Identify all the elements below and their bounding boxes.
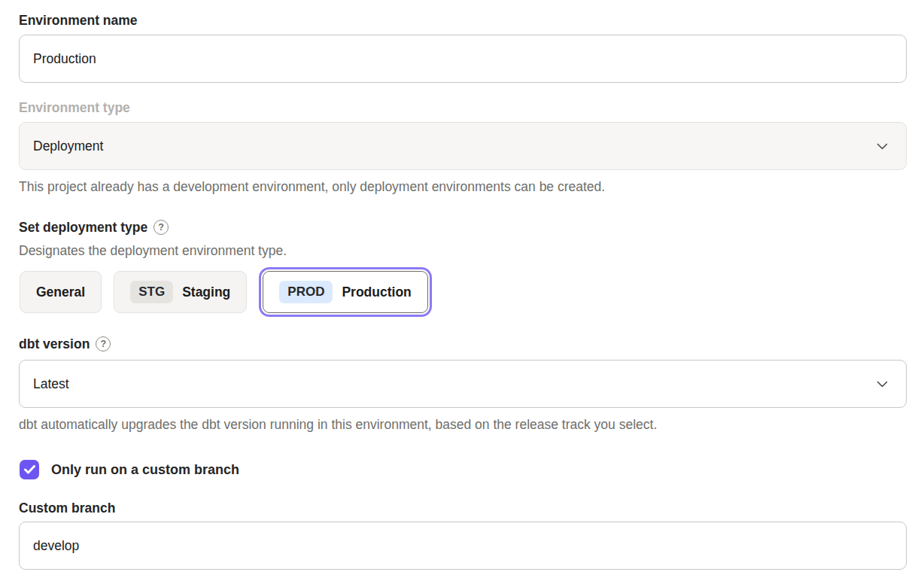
environment-name-input[interactable]: [19, 35, 907, 83]
staging-button-label: Staging: [182, 284, 230, 300]
environment-settings-form: Environment name Environment type Deploy…: [0, 0, 924, 570]
dbt-version-helper: dbt automatically upgrades the dbt versi…: [19, 415, 907, 434]
custom-branch-toggle-row: Only run on a custom branch: [19, 460, 907, 479]
environment-type-select: Deployment: [19, 122, 907, 170]
dbt-version-header: dbt version ?: [19, 336, 907, 352]
deployment-type-label: Set deployment type: [19, 219, 147, 236]
help-icon[interactable]: ?: [96, 336, 111, 351]
staging-badge: STG: [130, 281, 173, 303]
production-badge: PROD: [279, 281, 333, 303]
deployment-type-production-button[interactable]: PROD Production: [263, 271, 427, 313]
dbt-version-select[interactable]: Latest: [19, 360, 907, 408]
custom-branch-label: Custom branch: [19, 500, 907, 516]
checkmark-icon: [24, 465, 35, 474]
custom-branch-input[interactable]: [19, 522, 907, 570]
environment-type-helper: This project already has a development e…: [19, 178, 907, 196]
environment-type-value: Deployment: [33, 138, 103, 154]
production-button-label: Production: [342, 284, 411, 300]
custom-branch-checkbox[interactable]: [20, 460, 39, 479]
deployment-type-description: Designates the deployment environment ty…: [19, 242, 907, 260]
general-button-label: General: [36, 284, 85, 300]
dbt-version-value: Latest: [33, 376, 69, 392]
chevron-down-icon: [877, 143, 888, 150]
dbt-version-label: dbt version: [19, 336, 90, 352]
help-icon[interactable]: ?: [153, 220, 169, 235]
environment-type-label: Environment type: [19, 99, 907, 116]
deployment-type-header: Set deployment type ?: [19, 219, 907, 236]
custom-branch-checkbox-label[interactable]: Only run on a custom branch: [51, 462, 239, 478]
deployment-type-staging-button[interactable]: STG Staging: [114, 271, 247, 313]
environment-name-label: Environment name: [19, 12, 907, 29]
chevron-down-icon: [877, 381, 888, 388]
deployment-type-options: General STG Staging PROD Production: [19, 271, 907, 313]
deployment-type-general-button[interactable]: General: [20, 271, 102, 313]
